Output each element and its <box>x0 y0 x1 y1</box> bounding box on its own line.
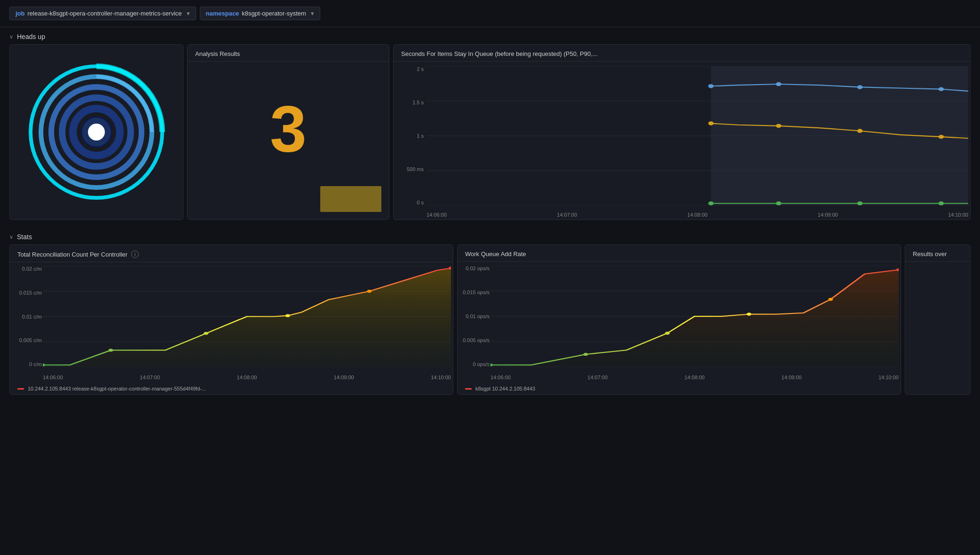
svg-point-14 <box>776 82 782 86</box>
heads-up-grid: Analysis Results 3 Seconds For Items Sta… <box>0 44 980 227</box>
analysis-panel: Analysis Results 3 <box>187 44 389 220</box>
svg-point-6 <box>88 124 105 141</box>
workqueue-svg <box>490 266 899 367</box>
svg-point-35 <box>367 290 371 293</box>
results-over-title: Results over <box>905 245 970 262</box>
concentric-circles-svg <box>26 62 167 203</box>
stats-header[interactable]: ∨ Stats <box>0 227 980 244</box>
svg-point-21 <box>708 202 714 205</box>
workqueue-chart: 0.02 ops/s 0.015 ops/s 0.01 ops/s 0.005 … <box>458 262 901 383</box>
top-bar: job release-k8sgpt-opera-controller-mana… <box>0 0 980 27</box>
svg-point-32 <box>109 349 113 352</box>
reconciliation-panel-title: Total Reconciliation Count Per Controlle… <box>10 245 453 262</box>
circle-panel <box>9 44 183 220</box>
svg-marker-42 <box>490 270 899 367</box>
job-filter[interactable]: job release-k8sgpt-opera-controller-mana… <box>9 7 196 20</box>
results-over-panel: Results over <box>905 244 971 395</box>
heads-up-label: Heads up <box>17 33 45 40</box>
reconciliation-y-labels: 0.02 c/m 0.015 c/m 0.01 c/m 0.005 c/m 0 … <box>12 266 42 367</box>
analysis-number: 3 <box>188 62 389 186</box>
workqueue-panel-title: Work Queue Add Rate <box>458 245 901 262</box>
reconciliation-legend: 10.244.2.105:8443 release-k8sgpt-operato… <box>10 383 453 394</box>
stats-chevron-icon: ∨ <box>9 234 13 240</box>
namespace-label: namespace <box>206 10 239 17</box>
svg-point-24 <box>939 202 944 205</box>
svg-point-33 <box>204 332 208 335</box>
svg-point-20 <box>939 135 944 139</box>
workqueue-legend: k8sgpt 10.244.2.105:8443 <box>458 383 901 394</box>
workqueue-y-labels: 0.02 ops/s 0.015 ops/s 0.01 ops/s 0.005 … <box>459 266 490 367</box>
svg-point-23 <box>857 202 863 205</box>
job-chevron-icon: ▾ <box>187 10 190 17</box>
svg-point-19 <box>857 129 863 133</box>
job-label: job <box>16 10 25 17</box>
namespace-value: k8sgpt-operator-system <box>242 10 306 17</box>
namespace-filter[interactable]: namespace k8sgpt-operator-system ▾ <box>200 7 320 20</box>
reconciliation-chart: 0.02 c/m 0.015 c/m 0.01 c/m 0.005 c/m 0 … <box>10 262 453 383</box>
svg-point-18 <box>776 124 782 128</box>
reconciliation-legend-dot <box>17 388 24 390</box>
svg-point-13 <box>708 84 714 88</box>
analysis-panel-title: Analysis Results <box>188 45 389 62</box>
reconciliation-svg <box>43 266 451 367</box>
namespace-chevron-icon: ▾ <box>311 10 314 17</box>
svg-point-46 <box>747 313 751 315</box>
queue-y-labels: 2 s 1.5 s 1 s 500 ms 0 s <box>395 66 424 205</box>
analysis-bar <box>320 186 381 212</box>
concentric-circles <box>26 62 167 203</box>
svg-point-34 <box>285 314 290 317</box>
heads-up-header[interactable]: ∨ Heads up <box>0 27 980 44</box>
queue-chart-svg <box>427 66 968 205</box>
analysis-bar-area <box>188 186 389 219</box>
svg-point-44 <box>583 353 588 356</box>
reconciliation-panel: Total Reconciliation Count Per Controlle… <box>9 244 453 395</box>
workqueue-x-labels: 14:06:00 14:07:00 14:08:00 14:09:00 14:1… <box>490 375 899 380</box>
svg-point-22 <box>776 202 782 205</box>
queue-panel-title: Seconds For Items Stay In Queue (before … <box>394 45 970 62</box>
reconciliation-x-labels: 14:06:00 14:07:00 14:08:00 14:09:00 14:1… <box>43 375 451 380</box>
stats-grid: Total Reconciliation Count Per Controlle… <box>0 244 980 395</box>
svg-point-45 <box>665 332 670 335</box>
svg-point-16 <box>939 87 944 91</box>
queue-panel: Seconds For Items Stay In Queue (before … <box>393 44 971 220</box>
svg-point-47 <box>828 298 833 301</box>
svg-point-17 <box>708 121 714 125</box>
reconciliation-info-icon[interactable]: i <box>131 250 139 258</box>
heads-up-chevron-icon: ∨ <box>9 34 13 40</box>
job-value: release-k8sgpt-opera-controller-manager-… <box>28 10 182 17</box>
queue-x-labels: 14:06:00 14:07:00 14:08:00 14:09:00 14:1… <box>427 212 968 218</box>
workqueue-legend-dot <box>465 388 472 390</box>
queue-chart-area: 2 s 1.5 s 1 s 500 ms 0 s <box>394 62 970 219</box>
stats-label: Stats <box>17 233 32 241</box>
workqueue-panel: Work Queue Add Rate 0.02 ops/s 0.015 ops… <box>457 244 901 395</box>
svg-point-15 <box>857 85 863 89</box>
